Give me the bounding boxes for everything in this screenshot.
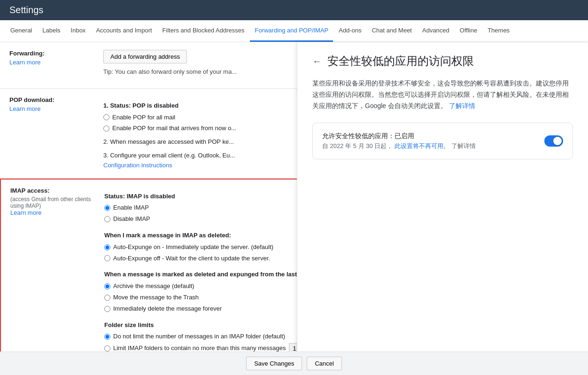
tab-accounts[interactable]: Accounts and Import — [91, 20, 156, 42]
pop-learn-more[interactable]: Learn more — [9, 105, 40, 112]
toggle-switch[interactable] — [544, 135, 563, 147]
tab-filters[interactable]: Filters and Blocked Addresses — [158, 20, 249, 42]
imap-enable-input[interactable] — [104, 205, 110, 211]
forwarding-title: Forwarding: — [9, 50, 96, 57]
imap-delete-forever-input[interactable] — [104, 306, 110, 312]
toggle-title: 允许安全性较低的应用：已启用 — [322, 131, 476, 141]
add-forwarding-button[interactable]: Add a forwarding address — [103, 50, 187, 63]
app-title: Settings — [9, 5, 43, 15]
imap-disable-input[interactable] — [104, 216, 110, 222]
pop-radio-all-input[interactable] — [103, 114, 109, 120]
forwarding-learn-more[interactable]: Learn more — [9, 59, 40, 66]
imap-trash-input[interactable] — [104, 295, 110, 301]
toggle-subtitle-suffix: 了解详情 — [451, 142, 476, 149]
cancel-button[interactable]: Cancel — [307, 357, 341, 370]
overlay-panel: ← 安全性较低的应用的访问权限 某些应用和设备采用的登录技术不够安全，这会导致您… — [297, 42, 588, 375]
overlay-description: 某些应用和设备采用的登录技术不够安全，这会导致您的帐号容易遭到攻击。建议您停用这… — [312, 78, 573, 111]
tab-general[interactable]: General — [6, 20, 37, 42]
toggle-card-info: 允许安全性较低的应用：已启用 自 2022 年 5 月 30 日起， 此设置将不… — [322, 131, 476, 151]
tab-chat[interactable]: Chat and Meet — [367, 20, 417, 42]
overlay-desc-text: 某些应用和设备采用的登录技术不够安全，这会导致您的帐号容易遭到攻击。建议您停用这… — [312, 79, 569, 109]
imap-title: IMAP access: — [10, 187, 97, 194]
forwarding-label: Forwarding: Learn more — [9, 50, 103, 81]
toggle-card: 允许安全性较低的应用：已启用 自 2022 年 5 月 30 日起， 此设置将不… — [312, 123, 573, 159]
toggle-subtitle-link[interactable]: 此设置将不再可用。 — [395, 142, 449, 149]
footer: Save Changes Cancel — [0, 352, 588, 375]
overlay-title: 安全性较低的应用的访问权限 — [327, 54, 474, 69]
toggle-subtitle: 自 2022 年 5 月 30 日起， 此设置将不再可用。 了解详情 — [322, 141, 476, 151]
nav-tabs: General Labels Inbox Accounts and Import… — [0, 20, 588, 42]
tab-themes[interactable]: Themes — [483, 20, 514, 42]
save-button[interactable]: Save Changes — [246, 357, 302, 370]
app-header: Settings — [0, 0, 588, 20]
tab-inbox[interactable]: Inbox — [66, 20, 91, 42]
toggle-subtitle-prefix: 自 2022 年 5 月 30 日起， — [322, 142, 393, 149]
overlay-desc-link[interactable]: 了解详情 — [449, 102, 475, 109]
pop-label: POP download: Learn more — [9, 96, 103, 171]
imap-label: IMAP access: (access Gmail from other cl… — [10, 187, 104, 375]
tab-offline[interactable]: Offline — [455, 20, 482, 42]
toggle-thumb — [553, 137, 562, 145]
tab-forwarding[interactable]: Forwarding and POP/IMAP — [250, 20, 333, 42]
back-arrow-icon[interactable]: ← — [312, 56, 322, 67]
imap-archive-input[interactable] — [104, 283, 110, 289]
no-limit-input[interactable] — [104, 334, 110, 340]
tab-addons[interactable]: Add-ons — [334, 20, 366, 42]
imap-auto-on-input[interactable] — [104, 244, 110, 250]
imap-auto-off-input[interactable] — [104, 255, 110, 261]
limit-input[interactable] — [104, 345, 110, 352]
tab-labels[interactable]: Labels — [38, 20, 65, 42]
overlay-header: ← 安全性较低的应用的访问权限 — [312, 54, 573, 69]
imap-sublabel: (access Gmail from other clients using I… — [10, 196, 97, 209]
pop-config-link[interactable]: Configuration instructions — [103, 162, 172, 169]
imap-learn-more[interactable]: Learn more — [10, 209, 41, 216]
pop-radio-now-input[interactable] — [103, 125, 109, 132]
pop-title: POP download: — [9, 96, 96, 103]
main-content: Forwarding: Learn more Add a forwarding … — [0, 42, 588, 375]
tab-advanced[interactable]: Advanced — [418, 20, 454, 42]
